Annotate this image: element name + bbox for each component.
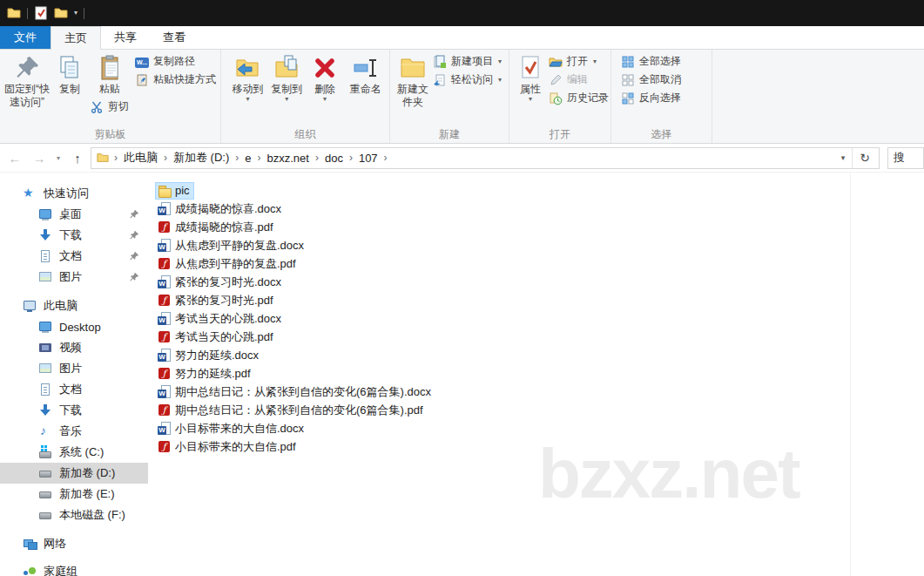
- invert-selection-button[interactable]: 反向选择: [618, 89, 684, 107]
- breadcrumb-segment[interactable]: 此电脑: [119, 150, 162, 166]
- breadcrumb-chevron[interactable]: ›: [162, 152, 169, 164]
- sidebar-item[interactable]: 文档: [0, 379, 148, 400]
- up-button[interactable]: ↑: [66, 146, 89, 169]
- breadcrumb[interactable]: › 此电脑 › 新加卷 (D:) › e › bzxz.n: [91, 147, 880, 169]
- file-type-icon: [158, 220, 172, 234]
- properties-check-icon[interactable]: [34, 6, 48, 20]
- tab-share[interactable]: 共享: [101, 26, 150, 49]
- select-none-button[interactable]: 全部取消: [618, 71, 684, 89]
- breadcrumb-segment[interactable]: 新加卷 (D:): [169, 150, 233, 166]
- tab-home[interactable]: 主页: [51, 26, 101, 50]
- breadcrumb-segment[interactable]: 107: [354, 152, 382, 165]
- delete-x-icon: [311, 54, 339, 82]
- refresh-icon[interactable]: ↻: [853, 148, 877, 168]
- breadcrumb-segment[interactable]: bzxz.net: [263, 152, 314, 165]
- select-all-icon: [621, 55, 635, 69]
- button-label: 复制: [59, 83, 80, 96]
- sidebar-item[interactable]: 图片: [0, 267, 148, 288]
- open-folder-icon: [549, 55, 563, 69]
- history-button[interactable]: 历史记录: [546, 89, 611, 107]
- folder-icon[interactable]: [7, 6, 21, 20]
- file-row[interactable]: 考试当天的心跳.docx: [155, 309, 924, 328]
- file-name: 努力的延续.pdf: [175, 366, 251, 382]
- new-item-button[interactable]: 新建项目 ▾: [430, 52, 504, 71]
- file-row[interactable]: 成绩揭晓的惊喜.pdf: [155, 218, 924, 236]
- breadcrumb-chevron[interactable]: ›: [112, 152, 119, 164]
- file-row[interactable]: 努力的延续.docx: [155, 346, 924, 364]
- file-row[interactable]: pic: [155, 181, 924, 200]
- breadcrumb-segment[interactable]: doc: [320, 152, 347, 165]
- properties-button[interactable]: 属性 ▾: [515, 52, 546, 104]
- file-list-pane[interactable]: pic 成绩揭晓的惊喜.docx 成绩揭晓的惊喜.pdf: [148, 173, 924, 576]
- sidebar-item-label: 家庭组: [44, 564, 78, 576]
- rename-button[interactable]: 重命名: [343, 52, 388, 98]
- sidebar-item[interactable]: 下载: [0, 400, 148, 421]
- sidebar-item[interactable]: 新加卷 (D:): [0, 463, 148, 484]
- sidebar-item-quick-access[interactable]: 快速访问: [0, 183, 148, 204]
- easy-access-button[interactable]: 轻松访问 ▾: [430, 71, 504, 89]
- button-label: 新建项目: [451, 54, 493, 69]
- sidebar-item[interactable]: 本地磁盘 (F:): [0, 505, 148, 525]
- sidebar-item-icon: [38, 249, 52, 263]
- file-row[interactable]: 期中总结日记：从紧张到自信的变化(6篇合集).docx: [155, 383, 924, 401]
- breadcrumb-chevron[interactable]: ›: [347, 152, 354, 164]
- dropdown-arrow-icon: ▾: [246, 96, 249, 102]
- file-row[interactable]: 考试当天的心跳.pdf: [155, 328, 924, 346]
- file-row[interactable]: 成绩揭晓的惊喜.docx: [155, 200, 924, 218]
- copy-button[interactable]: 复制: [52, 52, 87, 98]
- move-to-button[interactable]: 移动到 ▾: [228, 52, 267, 104]
- paste-shortcut-icon: [135, 73, 149, 87]
- folder-icon[interactable]: [54, 6, 68, 20]
- breadcrumb-chevron[interactable]: ›: [314, 152, 320, 164]
- paste-shortcut-button[interactable]: 粘贴快捷方式: [132, 71, 219, 89]
- cut-button[interactable]: 剪切: [87, 98, 132, 116]
- sidebar-item[interactable]: 文档: [0, 246, 148, 267]
- file-row[interactable]: 紧张的复习时光.pdf: [155, 291, 924, 309]
- copy-to-icon: [273, 54, 300, 82]
- ribbon-group-open: 属性 ▾ 打开 ▾ 编辑 历史记录 打开: [509, 50, 611, 143]
- file-row[interactable]: 期中总结日记：从紧张到自信的变化(6篇合集).pdf: [155, 401, 924, 419]
- search-input[interactable]: 搜: [887, 147, 924, 169]
- recent-locations-chevron[interactable]: ▾: [52, 154, 64, 162]
- tab-view[interactable]: 查看: [150, 26, 199, 49]
- sidebar-item-label: 音乐: [59, 424, 82, 439]
- breadcrumb-chevron[interactable]: ›: [256, 152, 263, 164]
- file-row[interactable]: 从焦虑到平静的复盘.docx: [155, 236, 924, 254]
- copy-to-button[interactable]: 复制到 ▾: [267, 52, 307, 104]
- chevron-down-icon[interactable]: ▾: [74, 10, 78, 17]
- invert-selection-icon: [621, 91, 635, 105]
- address-dropdown-chevron[interactable]: ▾: [834, 148, 853, 168]
- sidebar-item[interactable]: 下载: [0, 225, 148, 246]
- sidebar-item[interactable]: 网络: [0, 533, 148, 554]
- select-all-button[interactable]: 全部选择: [618, 52, 684, 71]
- sidebar-item[interactable]: 音乐: [0, 421, 148, 442]
- watermark: bzxz.net: [538, 434, 799, 514]
- sidebar-item[interactable]: 系统 (C:): [0, 442, 148, 463]
- sidebar-item[interactable]: 家庭组: [0, 561, 148, 576]
- sidebar-item-this-pc[interactable]: 此电脑: [0, 295, 148, 316]
- sidebar-item[interactable]: 图片: [0, 358, 148, 379]
- sidebar-item[interactable]: Desktop: [0, 316, 148, 337]
- open-button[interactable]: 打开 ▾: [546, 52, 611, 71]
- sidebar-item-icon: [23, 537, 37, 551]
- breadcrumb-chevron[interactable]: ›: [233, 152, 240, 164]
- copy-path-button[interactable]: W... 复制路径: [132, 52, 219, 71]
- back-button[interactable]: ←: [3, 146, 26, 169]
- new-folder-button[interactable]: 新建文件夹: [395, 52, 430, 111]
- delete-button[interactable]: 删除 ▾: [307, 52, 344, 104]
- group-label-open: 打开: [509, 127, 610, 142]
- pin-to-quick-access-button[interactable]: 固定到“快速访问”: [2, 52, 52, 111]
- sidebar-item[interactable]: 新加卷 (E:): [0, 484, 148, 505]
- sidebar-item[interactable]: 桌面: [0, 204, 148, 225]
- file-row[interactable]: 从焦虑到平静的复盘.pdf: [155, 254, 924, 273]
- sidebar-item[interactable]: 视频: [0, 337, 148, 358]
- ribbon-tab-row: 文件 主页 共享 查看: [0, 26, 924, 50]
- file-row[interactable]: 紧张的复习时光.docx: [155, 273, 924, 291]
- breadcrumb-chevron[interactable]: ›: [382, 152, 389, 164]
- file-row[interactable]: 努力的延续.pdf: [155, 364, 924, 383]
- edit-button[interactable]: 编辑: [546, 71, 611, 89]
- breadcrumb-segment[interactable]: e: [240, 152, 255, 165]
- forward-button[interactable]: →: [28, 146, 51, 169]
- tab-file[interactable]: 文件: [0, 26, 51, 49]
- paste-button[interactable]: 粘贴: [87, 52, 132, 98]
